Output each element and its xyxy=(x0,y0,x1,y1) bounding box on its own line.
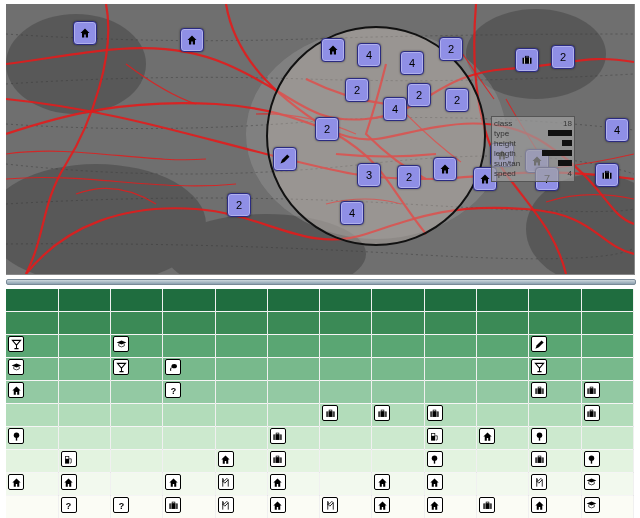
timeline-cell[interactable] xyxy=(581,312,633,335)
map-marker-number[interactable]: 2 xyxy=(445,88,469,112)
map-marker-home[interactable] xyxy=(180,28,204,52)
timeline-cell[interactable] xyxy=(581,496,633,519)
timeline-cell[interactable] xyxy=(215,404,267,427)
map-panel[interactable]: 442224222327424 class18typeheightlengths… xyxy=(6,4,635,275)
timeline-cell[interactable] xyxy=(372,427,424,450)
activity-grad-icon[interactable] xyxy=(584,497,600,513)
timeline-cell[interactable] xyxy=(111,427,163,450)
timeline-cell[interactable] xyxy=(6,450,58,473)
timeline-cell[interactable] xyxy=(477,335,529,358)
timeline-cell[interactable] xyxy=(529,427,581,450)
map-marker-number[interactable]: 4 xyxy=(357,43,381,67)
activity-cocktail-icon[interactable] xyxy=(8,336,24,352)
map-marker-number[interactable]: 2 xyxy=(397,165,421,189)
activity-question-icon[interactable] xyxy=(165,382,181,398)
timeline-cell[interactable] xyxy=(58,358,110,381)
timeline-cell[interactable] xyxy=(372,312,424,335)
timeline-cell[interactable] xyxy=(372,496,424,519)
timeline-cell[interactable] xyxy=(424,404,476,427)
timeline-cell[interactable] xyxy=(215,450,267,473)
timeline-cell[interactable] xyxy=(320,312,372,335)
activity-cutlery-icon[interactable] xyxy=(531,474,547,490)
timeline-cell[interactable] xyxy=(6,381,58,404)
timeline-cell[interactable] xyxy=(215,312,267,335)
timeline-cell[interactable] xyxy=(163,381,215,404)
timeline-cell[interactable] xyxy=(320,335,372,358)
timeline-cell[interactable] xyxy=(424,335,476,358)
timeline-cell[interactable] xyxy=(111,289,163,312)
timeline-cell[interactable] xyxy=(529,496,581,519)
timeline-cell[interactable] xyxy=(163,404,215,427)
activity-cocktail-icon[interactable] xyxy=(531,359,547,375)
timeline-cell[interactable] xyxy=(424,473,476,496)
activity-home-icon[interactable] xyxy=(427,497,443,513)
timeline-cell[interactable] xyxy=(529,450,581,473)
timeline-cell[interactable] xyxy=(163,450,215,473)
timeline-cell[interactable] xyxy=(372,404,424,427)
timeline-cell[interactable] xyxy=(320,473,372,496)
timeline-cell[interactable] xyxy=(58,427,110,450)
timeline-cell[interactable] xyxy=(581,404,633,427)
timeline-cell[interactable] xyxy=(477,312,529,335)
timeline-cell[interactable] xyxy=(6,358,58,381)
timeline-cell[interactable] xyxy=(581,335,633,358)
timeline-cell[interactable] xyxy=(477,404,529,427)
timeline-cell[interactable] xyxy=(267,289,319,312)
activity-home-icon[interactable] xyxy=(479,428,495,444)
activity-suitcase-icon[interactable] xyxy=(322,405,338,421)
timeline-cell[interactable] xyxy=(424,381,476,404)
timeline-cell[interactable] xyxy=(111,358,163,381)
timeline-cell[interactable] xyxy=(58,312,110,335)
activity-tree-icon[interactable] xyxy=(584,451,600,467)
activity-home-icon[interactable] xyxy=(165,474,181,490)
timeline-cell[interactable] xyxy=(111,473,163,496)
timeline-cell[interactable] xyxy=(267,381,319,404)
timeline-cell[interactable] xyxy=(58,496,110,519)
activity-tree-icon[interactable] xyxy=(8,428,24,444)
map-marker-number[interactable]: 2 xyxy=(345,78,369,102)
activity-fuel-icon[interactable] xyxy=(427,428,443,444)
timeline-cell[interactable] xyxy=(477,473,529,496)
activity-suitcase-icon[interactable] xyxy=(479,497,495,513)
activity-cutlery-icon[interactable] xyxy=(218,497,234,513)
map-marker-number[interactable]: 2 xyxy=(439,37,463,61)
timeline-cell[interactable] xyxy=(424,496,476,519)
activity-home-icon[interactable] xyxy=(8,474,24,490)
timeline-cell[interactable] xyxy=(215,381,267,404)
activity-suitcase-icon[interactable] xyxy=(427,405,443,421)
activity-suitcase-icon[interactable] xyxy=(270,451,286,467)
map-marker-home[interactable] xyxy=(321,38,345,62)
timeline-cell[interactable] xyxy=(424,427,476,450)
activity-suitcase-icon[interactable] xyxy=(584,382,600,398)
timeline-cell[interactable] xyxy=(581,381,633,404)
timeline-cell[interactable] xyxy=(477,427,529,450)
activity-home-icon[interactable] xyxy=(427,474,443,490)
map-marker-suitcase[interactable] xyxy=(515,48,539,72)
timeline-cell[interactable] xyxy=(477,289,529,312)
timeline-cell[interactable] xyxy=(215,289,267,312)
timeline-cell[interactable] xyxy=(372,473,424,496)
activity-home-icon[interactable] xyxy=(374,497,390,513)
activity-tree-icon[interactable] xyxy=(427,451,443,467)
timeline-cell[interactable] xyxy=(529,358,581,381)
timeline-cell[interactable] xyxy=(111,312,163,335)
activity-question-icon[interactable] xyxy=(61,497,77,513)
timeline-cell[interactable] xyxy=(477,358,529,381)
map-marker-pencil[interactable] xyxy=(273,147,297,171)
activity-grad-icon[interactable] xyxy=(113,336,129,352)
timeline-cell[interactable] xyxy=(6,473,58,496)
timeline-cell[interactable] xyxy=(111,496,163,519)
timeline-cell[interactable] xyxy=(372,289,424,312)
timeline-cell[interactable] xyxy=(581,289,633,312)
map-marker-number[interactable]: 4 xyxy=(340,201,364,225)
activity-suitcase-icon[interactable] xyxy=(165,497,181,513)
timeline-cell[interactable] xyxy=(424,289,476,312)
activity-home-icon[interactable] xyxy=(8,382,24,398)
timeline-cell[interactable] xyxy=(477,450,529,473)
timeline-cell[interactable] xyxy=(372,381,424,404)
timeline-cell[interactable] xyxy=(58,335,110,358)
timeline-cell[interactable] xyxy=(267,427,319,450)
timeline-cell[interactable] xyxy=(581,358,633,381)
timeline-cell[interactable] xyxy=(424,450,476,473)
activity-grad-icon[interactable] xyxy=(584,474,600,490)
